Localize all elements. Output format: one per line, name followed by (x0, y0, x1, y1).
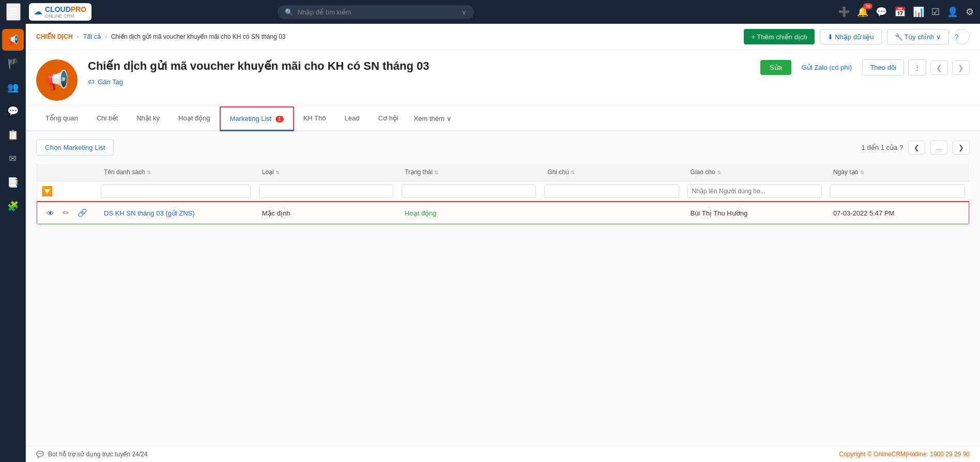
footer-chat[interactable]: 💬 Bot hỗ trợ sử dụng trực tuyến 24/24 (36, 451, 147, 458)
add-campaign-button[interactable]: + Thêm chiến dịch (744, 29, 814, 44)
tab-hoat-dong[interactable]: Hoạt động (169, 107, 220, 131)
help-button[interactable]: ? (954, 29, 970, 44)
sidebar-item-notes[interactable]: 📋 (2, 124, 24, 146)
cell-ghi-chu (540, 202, 683, 224)
tab-lead[interactable]: Lead (335, 107, 369, 131)
row-actions: 👁 ✏ 🔗 (44, 207, 89, 219)
pagination-info: 1 đến 1 của ? ❮ ... ❯ (862, 141, 970, 155)
customize-button[interactable]: 🔧 Tùy chỉnh ∨ (887, 29, 949, 44)
logo-cloud-icon: ☁ (34, 7, 42, 17)
sort-ngay-tao-icon[interactable]: ⇅ (860, 170, 864, 175)
breadcrumb-level1[interactable]: Tất cả (83, 33, 101, 40)
record-tag-area[interactable]: 🏷 Gán Tag (88, 78, 750, 86)
filter-icon[interactable]: 🔽 (41, 186, 53, 196)
cell-ngay-tao: 07-03-2022 5:47 PM (826, 202, 969, 224)
page-ellipsis-button[interactable]: ... (930, 141, 947, 155)
user-icon[interactable]: 👤 (947, 6, 958, 18)
analytics-icon[interactable]: 📊 (913, 6, 924, 18)
marketing-list-table: Tên danh sách ⇅ Loại ⇅ Trạng thái ⇅ Gh (36, 163, 970, 225)
tab-marketing-list[interactable]: Marketing List 1 (220, 106, 294, 131)
next-record-button[interactable]: ❯ (952, 60, 970, 75)
cell-ten-danh-sach: DS KH SN tháng 03 (gửi ZNS) (97, 202, 255, 224)
th-loai: Loại ⇅ (255, 163, 397, 181)
search-bar[interactable]: 🔍 ∨ (278, 5, 474, 19)
tab-more[interactable]: Xem thêm ∨ (408, 107, 458, 130)
page-prev-button[interactable]: ❮ (908, 141, 925, 155)
filter-trang-thai[interactable] (402, 184, 536, 198)
record-title: Chiến dịch gửi mã voucher khuyến mãi cho… (88, 59, 750, 73)
record-info: Chiến dịch gửi mã voucher khuyến mãi cho… (88, 59, 750, 86)
tag-label: Gán Tag (98, 78, 123, 86)
filter-ghi-chu[interactable] (544, 184, 679, 198)
breadcrumb-sep1: › (77, 33, 79, 40)
chat-icon[interactable]: 💬 (876, 6, 887, 18)
footer-bar: 💬 Bot hỗ trợ sử dụng trực tuyến 24/24 Co… (26, 446, 980, 462)
breadcrumb-actions: + Thêm chiến dịch ⬇ Nhập dữ liệu 🔧 Tùy c… (744, 29, 970, 44)
search-input[interactable] (297, 8, 457, 16)
sort-loai-icon[interactable]: ⇅ (275, 170, 280, 175)
sort-giao-cho-icon[interactable]: ⇅ (717, 170, 721, 175)
sidebar-item-campaigns[interactable]: 📢 (2, 29, 24, 51)
choose-marketing-list-button[interactable]: Chọn Marketing List (36, 140, 114, 156)
sidebar-item-flag[interactable]: 🏴 (2, 53, 24, 74)
sidebar-item-reports[interactable]: 📑 (2, 172, 24, 193)
th-ten-danh-sach: Tên danh sách ⇅ (97, 163, 255, 181)
record-avatar: 📢 (36, 59, 78, 101)
filter-ngay-tao[interactable] (830, 184, 965, 198)
record-header: 📢 Chiến dịch gửi mã voucher khuyến mãi c… (26, 50, 980, 106)
sidebar-item-messages[interactable]: 💬 (2, 100, 24, 122)
row-unlink-button[interactable]: 🔗 (75, 207, 89, 219)
prev-record-button[interactable]: ❮ (930, 60, 948, 75)
sidebar-item-plugins[interactable]: 🧩 (2, 195, 24, 217)
footer-chat-label: Bot hỗ trợ sử dụng trực tuyến 24/24 (48, 451, 147, 458)
settings-icon[interactable]: ⚙ (966, 6, 974, 18)
follow-button[interactable]: Theo dõi (862, 59, 904, 75)
tab-kh-tho[interactable]: KH Thô (294, 107, 335, 131)
status-badge: Hoạt động (405, 209, 437, 217)
breadcrumb: CHIẾN DỊCH › Tất cả › Chiến dịch gửi mã … (26, 24, 980, 50)
tasks-icon[interactable]: ☑ (931, 6, 940, 18)
record-actions: Sửa Gửi Zalo (có phí) Theo dõi ⋮ ❮ ❯ (760, 59, 970, 75)
sort-ghi-chu-icon[interactable]: ⇅ (571, 170, 575, 175)
filter-giao-cho[interactable] (687, 184, 822, 198)
nav-icons: ➕ 🔔39 💬 📅 📊 ☑ 👤 ⚙ (838, 6, 974, 18)
filter-loai[interactable] (259, 184, 393, 198)
logo-area: ☁ CLOUDPRO ONLINE CRM (29, 3, 91, 21)
top-navbar: ☰ ☁ CLOUDPRO ONLINE CRM 🔍 ∨ ➕ 🔔39 💬 📅 📊 … (0, 0, 980, 24)
th-trang-thai: Trạng thái ⇅ (397, 163, 540, 181)
sort-trang-thai-icon[interactable]: ⇅ (434, 170, 438, 175)
logo-text: CLOUDPRO ONLINE CRM (45, 5, 86, 19)
more-actions-button[interactable]: ⋮ (908, 59, 926, 75)
main-content: CHIẾN DỊCH › Tất cả › Chiến dịch gửi mã … (26, 24, 980, 462)
filter-ten-danh-sach[interactable] (101, 184, 251, 198)
toolbar-row: Chọn Marketing List 1 đến 1 của ? ❮ ... … (36, 140, 970, 156)
footer-copyright: Copyright © OnlineCRM|Hotline: 1900 29 2… (839, 451, 970, 458)
tab-chi-tiet[interactable]: Chi tiết (87, 107, 127, 131)
table-row[interactable]: 👁 ✏ 🔗 DS KH SN tháng 03 (gửi ZNS) Mặc đị… (37, 202, 969, 224)
edit-button[interactable]: Sửa (760, 60, 791, 75)
sidebar-item-contacts[interactable]: 👥 (2, 76, 24, 98)
sort-ten-danh-sach-icon[interactable]: ⇅ (147, 170, 151, 175)
calendar-icon[interactable]: 📅 (894, 6, 906, 18)
add-icon[interactable]: ➕ (838, 6, 850, 18)
sidebar: 📢 🏴 👥 💬 📋 ✉ 📑 🧩 (0, 24, 26, 462)
page-next-button[interactable]: ❯ (953, 141, 970, 155)
filter-row: 🔽 (37, 181, 969, 202)
tab-nhat-ky[interactable]: Nhật ký (127, 107, 169, 131)
send-zalo-button[interactable]: Gửi Zalo (có phí) (795, 60, 859, 75)
cell-trang-thai: Hoạt động (397, 202, 540, 224)
import-data-button[interactable]: ⬇ Nhập dữ liệu (820, 29, 882, 44)
hamburger-button[interactable]: ☰ (6, 3, 21, 21)
row-edit-button[interactable]: ✏ (60, 207, 71, 219)
th-actions (37, 163, 97, 181)
row-view-button[interactable]: 👁 (44, 208, 56, 219)
marketing-list-badge: 1 (275, 116, 284, 122)
content-area: Chọn Marketing List 1 đến 1 của ? ❮ ... … (26, 131, 980, 446)
pagination-text: 1 đến 1 của ? (862, 144, 903, 151)
notification-badge: 39 (863, 3, 872, 9)
notification-icon[interactable]: 🔔39 (857, 6, 868, 18)
ten-danh-sach-link[interactable]: DS KH SN tháng 03 (gửi ZNS) (104, 209, 195, 217)
tab-tong-quan[interactable]: Tổng quan (36, 107, 87, 131)
tab-co-hoi[interactable]: Cơ hội (369, 107, 407, 131)
sidebar-item-email[interactable]: ✉ (2, 148, 24, 170)
